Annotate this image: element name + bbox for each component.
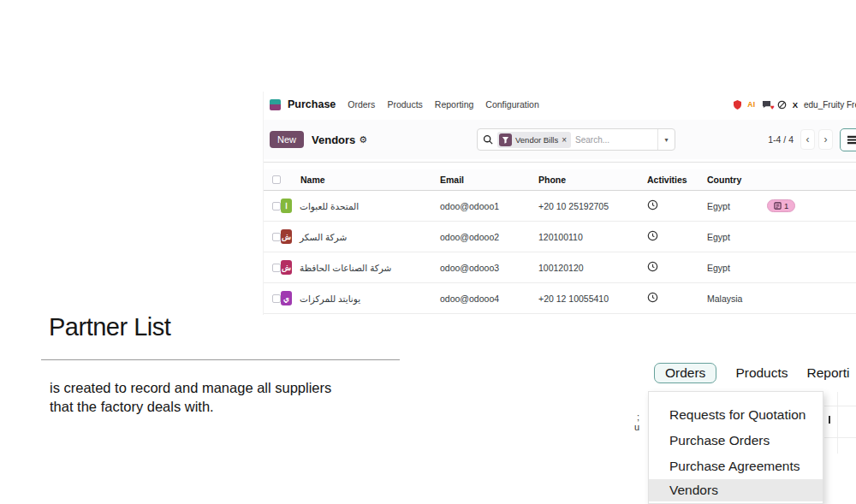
background-artifact [824,406,856,406]
vendor-avatar: ش [281,260,292,275]
search-icon [483,134,493,145]
tab-orders[interactable]: Orders [654,363,716,383]
view-title: Vendors [312,133,355,146]
bill-icon [774,202,782,210]
row-checkbox[interactable] [272,202,281,210]
activity-clock-icon[interactable] [647,292,707,305]
list-icon [847,135,856,145]
pager-range: 1-4 / 4 [768,134,794,145]
filter-tag-label: Vendor Bills [515,135,558,145]
vendor-avatar: ا [281,199,292,213]
nav-item-orders[interactable]: Orders [348,99,375,110]
search-filter-facet[interactable]: Vendor Bills × [497,132,571,148]
vendor-name: شركة السكر [300,232,347,242]
menu-item-vendors[interactable]: Vendors [649,479,823,501]
vendor-email: odoo@odooo1 [440,201,538,211]
nav-item-products[interactable]: Products [387,99,422,110]
nav-tray: AI ♥ X edu_Fruity Fre [734,100,856,110]
orders-dropdown-menu: Requests for Quotation Purchase Orders P… [648,391,823,504]
nav-item-reporting[interactable]: Reporting [435,99,474,110]
vendor-phone: +20 10 25192705 [538,201,647,211]
table-row[interactable]: ي يونايتد للمركزات odoo@odooo4 +20 12 10… [264,283,856,314]
background-artifact [824,437,856,438]
vendor-email: odoo@odooo4 [440,294,538,304]
description-text: is created to record and manage all supp… [50,379,375,417]
vendor-email: odoo@odooo2 [440,232,538,242]
control-panel: New Vendors ⚙ Vendor Bills × Search... ▾… [264,120,856,159]
column-header-phone[interactable]: Phone [538,175,647,185]
tab-reporting[interactable]: Reporti [807,365,850,381]
odoo-top-nav: Purchase Orders Products Reporting Confi… [264,92,856,117]
page-title: Partner List [49,313,170,341]
vendor-avatar: ش [281,229,292,244]
row-checkbox[interactable] [272,233,281,241]
row-checkbox[interactable] [272,294,281,303]
pager-prev-button[interactable]: ‹ [800,129,815,150]
table-header-row: Name Email Phone Activities Country [264,169,856,191]
x-icon[interactable]: X [793,100,798,110]
ai-extension-icon[interactable]: AI [747,100,756,109]
table-row[interactable]: ا المتحدة للعبوات odoo@odooo1 +20 10 251… [264,191,856,222]
vendor-country: Egypt [707,263,762,273]
activity-clock-icon[interactable] [647,261,707,274]
nav-item-configuration[interactable]: Configuration [485,99,538,110]
chat-heart-icon[interactable]: ♥ [762,100,771,109]
search-box[interactable]: Vendor Bills × Search... ▾ [477,128,675,151]
menu-item-requests-for-quotation[interactable]: Requests for Quotation [649,402,823,428]
column-header-activities[interactable]: Activities [647,175,707,185]
vendor-country: Egypt [707,232,762,242]
background-artifact [837,392,838,454]
vendor-country: Egypt [707,201,762,211]
shield-icon[interactable] [734,100,741,110]
background-fragment: u [634,422,639,432]
menu-item-purchase-orders[interactable]: Purchase Orders [649,428,823,454]
table-row[interactable]: ش شركة السكر odoo@odooo2 120100110 Egypt [264,222,856,252]
search-dropdown-toggle[interactable]: ▾ [657,129,675,150]
filter-funnel-icon [499,133,512,146]
tab-products[interactable]: Products [735,365,788,381]
gear-icon[interactable]: ⚙ [359,134,367,145]
remove-filter-icon[interactable]: × [562,135,567,145]
purchase-app-icon[interactable] [270,99,281,110]
background-fragment: ; [637,412,639,422]
vendor-phone: 120100110 [538,232,647,242]
vendor-email: odoo@odooo3 [440,263,538,273]
activity-clock-icon[interactable] [647,230,707,243]
select-all-checkbox[interactable] [272,175,281,184]
vendor-country: Malaysia [707,294,762,304]
magnified-menu-tabs: Orders Products Reporti [654,363,850,383]
control-divider [264,162,856,163]
heart-icon: ♥ [770,104,775,111]
pager-next-button[interactable]: › [818,129,833,150]
list-view-button[interactable] [840,128,856,151]
table-row[interactable]: ش شركة الصناعات الحافظة odoo@odooo3 1001… [264,252,856,283]
background-artifact [829,416,830,424]
title-underline [41,359,400,360]
vendor-bills-badge[interactable]: 1 [767,199,795,212]
vendor-name: شركة الصناعات الحافظة [300,263,391,273]
app-name[interactable]: Purchase [288,98,336,110]
vendor-phone: +20 12 10055410 [538,294,647,304]
vendor-avatar: ي [281,291,292,305]
new-button[interactable]: New [270,131,304,148]
activity-clock-icon[interactable] [647,199,707,212]
column-header-email[interactable]: Email [440,175,538,185]
column-header-country[interactable]: Country [707,175,762,185]
timer-icon[interactable] [777,100,787,110]
vendor-phone: 100120120 [538,263,647,273]
badge-count: 1 [784,201,788,210]
vendor-name: يونايتد للمركزات [300,294,360,304]
menu-item-purchase-agreements[interactable]: Purchase Agreements [649,454,823,479]
column-header-name[interactable]: Name [281,175,440,185]
row-checkbox[interactable] [272,264,281,272]
slide-canvas: Purchase Orders Products Reporting Confi… [0,0,856,504]
vendor-name: المتحدة للعبوات [300,201,359,211]
pager: 1-4 / 4 ‹ › [768,128,856,151]
odoo-screenshot: Purchase Orders Products Reporting Confi… [263,92,856,315]
user-menu[interactable]: edu_Fruity Fre [804,100,856,110]
search-placeholder: Search... [575,135,609,145]
